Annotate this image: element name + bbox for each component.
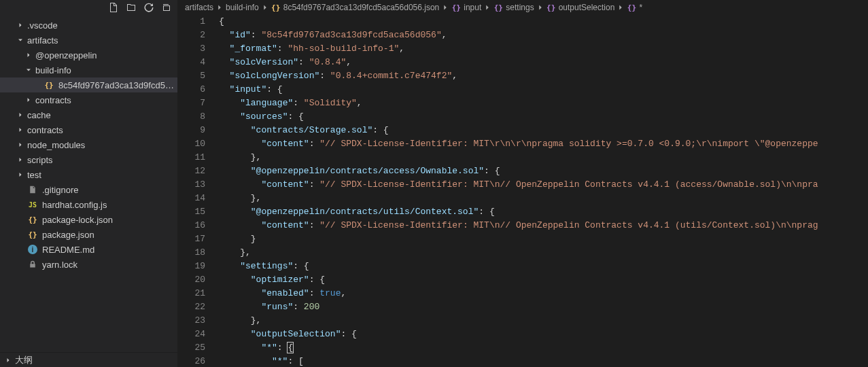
collapse-all-icon[interactable] — [161, 2, 172, 13]
tree-item-artifacts[interactable]: artifacts — [0, 33, 177, 48]
tree-item-label: cache — [27, 110, 51, 120]
breadcrumb-label: artifacts — [185, 3, 213, 12]
code-line[interactable]: "language": "Solidity", — [219, 97, 868, 110]
chevron-right-icon[interactable] — [15, 20, 26, 31]
tree-item-contracts[interactable]: contracts — [0, 92, 177, 107]
tree-item-package-json[interactable]: {}package.json — [0, 227, 177, 242]
chevron-right-icon[interactable] — [23, 94, 34, 105]
code-line[interactable]: "settings": { — [219, 260, 868, 273]
code-line[interactable]: "contracts/Storage.sol": { — [219, 124, 868, 137]
code-token: }, — [219, 315, 261, 326]
code-token — [219, 98, 240, 108]
code-token — [219, 207, 251, 217]
chevron-down-icon[interactable] — [23, 65, 34, 75]
line-number: 18 — [178, 246, 205, 260]
line-number: 9 — [178, 124, 205, 137]
tree-item--gitignore[interactable]: .gitignore — [0, 182, 177, 197]
code-line[interactable]: { — [219, 15, 868, 29]
chevron-right-icon[interactable] — [15, 169, 26, 180]
code-token: , — [341, 288, 346, 298]
tree-item-cache[interactable]: cache — [0, 107, 177, 122]
code-token: : — [293, 302, 304, 312]
code-token — [219, 139, 261, 149]
object-icon: {} — [627, 3, 636, 12]
code-line[interactable]: }, — [219, 314, 868, 328]
code-content[interactable]: { "id": "8c54fd9767ad3ca13d9fcd5aca56d05… — [219, 15, 868, 367]
code-token: } — [219, 234, 256, 244]
code-line[interactable]: } — [219, 232, 868, 246]
code-line[interactable]: "outputSelection": { — [219, 328, 868, 341]
code-token — [219, 179, 261, 190]
code-line[interactable]: "content": "// SPDX-License-Identifier: … — [219, 137, 868, 151]
code-token: : { — [293, 261, 309, 271]
code-line[interactable]: "optimizer": { — [219, 273, 868, 287]
outline-section[interactable]: 大纲 — [0, 352, 177, 367]
chevron-right-icon[interactable] — [15, 139, 26, 150]
code-token: "// SPDX-License-Identifier: MIT\n// Ope… — [319, 179, 818, 190]
chevron-right-icon[interactable] — [15, 109, 26, 120]
json-object-icon: {} — [271, 3, 281, 12]
explorer-sidebar: .vscodeartifacts@openzeppelinbuild-info{… — [0, 0, 178, 367]
tree-item-scripts[interactable]: scripts — [0, 152, 177, 167]
code-line[interactable]: }, — [219, 246, 868, 260]
tree-item-node-modules[interactable]: node_modules — [0, 137, 177, 152]
tree-item-test[interactable]: test — [0, 167, 177, 182]
breadcrumb-item[interactable]: {}settings — [493, 3, 534, 12]
tree-item-contracts[interactable]: contracts — [0, 122, 177, 137]
code-token: : — [309, 139, 320, 149]
tree-item-yarn-lock[interactable]: yarn.lock — [0, 257, 177, 272]
file-tree[interactable]: .vscodeartifacts@openzeppelinbuild-info{… — [0, 15, 177, 352]
code-token: : — [293, 98, 304, 108]
code-token: "_format" — [230, 43, 277, 54]
new-folder-icon[interactable] — [126, 2, 137, 13]
new-file-icon[interactable] — [108, 2, 119, 13]
code-line[interactable]: "id": "8c54fd9767ad3ca13d9fcd5aca56d056"… — [219, 29, 868, 42]
tree-item-package-lock-json[interactable]: {}package-lock.json — [0, 212, 177, 227]
chevron-right-icon[interactable] — [15, 124, 26, 135]
code-line[interactable]: }, — [219, 192, 868, 205]
json-file-icon: {} — [27, 214, 38, 225]
code-line[interactable]: "runs": 200 — [219, 300, 868, 314]
editor-pane: artifactsbuild-info{}8c54fd9767ad3ca13d9… — [178, 0, 868, 367]
breadcrumb-item[interactable]: {}input — [451, 3, 481, 12]
code-line[interactable]: "sources": { — [219, 110, 868, 124]
tree-item-hardhat-config-js[interactable]: JShardhat.config.js — [0, 197, 177, 212]
breadcrumb-item[interactable]: build-info — [226, 3, 259, 12]
code-line[interactable]: "content": "// SPDX-License-Identifier: … — [219, 219, 868, 232]
tree-item--vscode[interactable]: .vscode — [0, 18, 177, 33]
chevron-down-icon[interactable] — [15, 35, 26, 46]
chevron-right-icon[interactable] — [15, 154, 26, 165]
breadcrumb-item[interactable]: {}* — [627, 3, 642, 12]
tree-item-8c54fd9767ad3ca13d9fcd5aca56---[interactable]: {}8c54fd9767ad3ca13d9fcd5aca56... — [0, 77, 177, 92]
code-line[interactable]: }, — [219, 151, 868, 164]
code-line[interactable]: "solcVersion": "0.8.4", — [219, 56, 868, 69]
code-token: , — [357, 98, 362, 108]
code-line[interactable]: "@openzeppelin/contracts/access/Ownable.… — [219, 164, 868, 178]
line-number: 12 — [178, 164, 205, 178]
code-line[interactable]: "*": [ — [219, 355, 868, 367]
code-token — [219, 166, 251, 176]
code-line[interactable]: "solcLongVersion": "0.8.4+commit.c7e474f… — [219, 69, 868, 83]
breadcrumbs[interactable]: artifactsbuild-info{}8c54fd9767ad3ca13d9… — [178, 0, 868, 15]
code-line[interactable]: "input": { — [219, 83, 868, 97]
breadcrumb-item[interactable]: {}8c54fd9767ad3ca13d9fcd5aca56d056.json — [271, 3, 440, 12]
code-token: "8c54fd9767ad3ca13d9fcd5aca56d056" — [261, 30, 441, 40]
code-line[interactable]: "_format": "hh-sol-build-info-1", — [219, 42, 868, 56]
code-line[interactable]: "@openzeppelin/contracts/utils/Context.s… — [219, 205, 868, 219]
code-line[interactable]: "*": { — [219, 341, 868, 355]
code-editor[interactable]: 1234567891011121314151617181920212223242… — [178, 15, 868, 367]
code-line[interactable]: "content": "// SPDX-License-Identifier: … — [219, 178, 868, 192]
json-file-icon: {} — [27, 229, 38, 240]
breadcrumb-item[interactable]: artifacts — [185, 3, 213, 12]
tree-item-label: 8c54fd9767ad3ca13d9fcd5aca56... — [58, 80, 177, 90]
code-token — [219, 288, 261, 298]
tree-item--openzeppelin[interactable]: @openzeppelin — [0, 48, 177, 63]
chevron-right-icon[interactable] — [23, 50, 34, 60]
code-line[interactable]: "enabled": true, — [219, 287, 868, 300]
breadcrumb-item[interactable]: {}outputSelection — [546, 3, 615, 12]
tree-item-readme-md[interactable]: iREADME.md — [0, 242, 177, 257]
code-token — [219, 261, 240, 271]
refresh-icon[interactable] — [143, 2, 154, 13]
code-token: "content" — [261, 179, 309, 190]
tree-item-build-info[interactable]: build-info — [0, 63, 177, 77]
